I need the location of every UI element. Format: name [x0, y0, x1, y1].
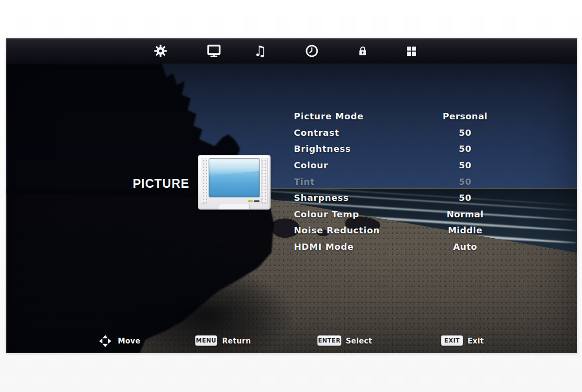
enter-key-badge[interactable]: ENTER [317, 335, 341, 346]
tv-front-panel [219, 204, 250, 210]
menu-item-value: 50 [429, 144, 501, 154]
menu-row[interactable]: Sharpness50 [294, 190, 577, 206]
menu-item-value: 50 [429, 193, 501, 203]
page-title: PICTURE [122, 177, 200, 191]
picture-tv-icon [198, 155, 271, 210]
menu-item-label: Colour Temp [294, 209, 359, 219]
tv-screen-glass [209, 158, 260, 197]
menu-item-label: Brightness [294, 144, 351, 154]
menu-item-value: Middle [429, 225, 501, 235]
menu-tab-bar: ♫ [6, 38, 577, 64]
lock-icon[interactable] [355, 43, 371, 59]
menu-item-label: HDMI Mode [294, 242, 354, 252]
menu-row[interactable]: Contrast50 [294, 125, 577, 141]
menu-item-value: Personal [429, 111, 501, 121]
menu-row[interactable]: Colour TempNormal [294, 206, 577, 223]
exit-key-badge[interactable]: EXIT [441, 335, 463, 346]
picture-display-icon[interactable] [206, 43, 222, 59]
exit-hint-label: Exit [468, 337, 484, 345]
menu-item-value: 50 [429, 177, 501, 187]
sound-music-note-icon[interactable]: ♫ [252, 43, 268, 59]
menu-item-value: Normal [429, 209, 501, 219]
move-hint-label: Move [118, 337, 140, 345]
return-hint-label: Return [222, 337, 251, 345]
menu-row[interactable]: Colour50 [294, 157, 577, 174]
tv-osd-screen: ♫ [6, 38, 577, 353]
time-clock-icon[interactable] [304, 43, 320, 59]
select-hint-label: Select [346, 337, 372, 345]
menu-list: Picture ModePersonalContrast50Brightness… [294, 108, 577, 255]
menu-row[interactable]: Picture ModePersonal [294, 108, 577, 125]
menu-row[interactable]: HDMI ModeAuto [294, 239, 577, 255]
menu-item-label: Tint [294, 177, 315, 187]
menu-row[interactable]: Brightness50 [294, 141, 577, 157]
menu-row[interactable]: Tint50 [294, 173, 577, 190]
photo-backdrop: ♫ [0, 0, 582, 392]
menu-item-value: Auto [429, 242, 501, 252]
option-blocks-icon[interactable] [403, 43, 420, 59]
menu-item-label: Picture Mode [294, 111, 364, 121]
menu-item-label: Colour [294, 160, 328, 170]
tv-speaker-grille [201, 158, 207, 204]
tv-led-green [248, 200, 253, 202]
settings-gear-icon[interactable] [152, 43, 169, 59]
menu-item-value: 50 [429, 160, 501, 170]
move-dpad-icon [98, 334, 112, 348]
tv-speaker-grille [261, 158, 268, 204]
tv-led-dark [254, 200, 259, 202]
menu-key-badge[interactable]: MENU [195, 335, 217, 346]
menu-row[interactable]: Noise ReductionMiddle [294, 222, 577, 239]
menu-item-label: Noise Reduction [294, 225, 380, 235]
menu-item-value: 50 [429, 128, 501, 138]
menu-item-label: Sharpness [294, 193, 349, 203]
menu-item-label: Contrast [294, 128, 340, 138]
